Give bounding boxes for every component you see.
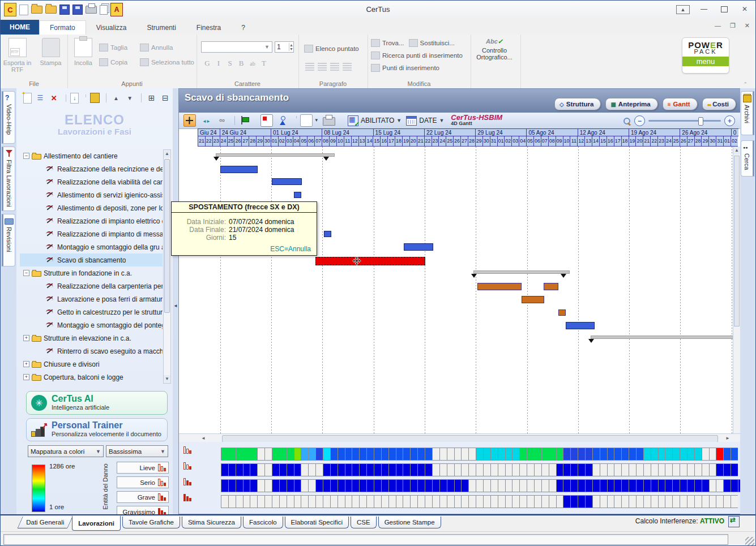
heatmap-cell[interactable] — [228, 448, 236, 461]
heatmap-cell[interactable] — [665, 479, 672, 492]
document-tab[interactable]: Gestione Stampe — [378, 517, 441, 528]
heatmap-cell[interactable] — [388, 495, 396, 508]
minimize-button[interactable]: — — [698, 3, 710, 15]
heatmap-cell[interactable] — [709, 495, 716, 508]
heatmap-cell[interactable] — [403, 448, 410, 461]
align-center-icon[interactable] — [318, 63, 327, 71]
heatmap-cell[interactable] — [425, 495, 432, 508]
tree-item[interactable]: − Strutture in fondazione in c.a. — [20, 266, 163, 280]
heatmap-cell[interactable] — [658, 479, 665, 492]
heatmap-cell[interactable] — [250, 448, 257, 461]
heatmap-cell[interactable] — [687, 463, 694, 476]
ribbon-tab[interactable]: Formato — [39, 20, 86, 35]
heatmap-cell[interactable] — [629, 495, 636, 508]
heatmap-cell[interactable] — [578, 463, 585, 476]
heatmap-cell[interactable] — [490, 479, 498, 492]
mdi-restore-icon[interactable]: ❐ — [730, 22, 736, 29]
ribbon-tab[interactable]: Finestra — [186, 21, 231, 35]
heatmap-cell[interactable] — [454, 495, 462, 508]
heatmap-cell[interactable] — [287, 463, 294, 476]
save-archive-icon[interactable] — [90, 93, 100, 103]
heatmap-cell[interactable] — [585, 479, 592, 492]
heatmap-cell[interactable] — [272, 495, 279, 508]
heatmap-cell[interactable] — [527, 495, 534, 508]
heatmap-cell[interactable] — [578, 448, 585, 461]
align-left-icon[interactable] — [305, 63, 314, 71]
heatmap-cell[interactable] — [563, 479, 570, 492]
heatmap-cell[interactable] — [308, 463, 315, 476]
heatmap-cell[interactable] — [454, 448, 462, 461]
heatmap-cell[interactable] — [257, 479, 264, 492]
heatmap-cell[interactable] — [374, 479, 381, 492]
flag-tool-icon[interactable] — [239, 115, 250, 126]
modifica-button[interactable]: Sostituisci... — [409, 37, 455, 49]
heatmap-cell[interactable] — [563, 495, 570, 508]
heatmap-cell[interactable] — [512, 448, 519, 461]
heatmap-cell[interactable] — [490, 448, 498, 461]
modifica-button[interactable]: Punti di inserimento — [371, 62, 439, 74]
heatmap-cell[interactable] — [236, 463, 243, 476]
heatmap-cell[interactable] — [432, 448, 439, 461]
probability-select[interactable]: Bassissima▼ — [106, 445, 168, 457]
font-color-button[interactable]: T — [259, 58, 269, 68]
heatmap-cell[interactable] — [556, 479, 563, 492]
side-tab[interactable]: Archivi — [741, 91, 754, 135]
font-size-input[interactable]: 1▲▼ — [275, 41, 294, 53]
tree-item[interactable]: Realizzazione della carpenteria per le s… — [20, 280, 163, 293]
color-mapping-select[interactable]: Mappatura a colori▼ — [28, 445, 104, 457]
heatmap-cell[interactable] — [250, 463, 257, 476]
heatmap-cell[interactable] — [592, 463, 600, 476]
heatmap-cell[interactable] — [694, 479, 702, 492]
heatmap-cell[interactable] — [432, 479, 439, 492]
heatmap-cell[interactable] — [505, 463, 512, 476]
heatmap-cell[interactable] — [410, 495, 417, 508]
heatmap-cell[interactable] — [629, 463, 636, 476]
tree-item[interactable]: Realizzazione di impianto di messa a ter… — [20, 227, 163, 240]
heatmap-cell[interactable] — [374, 495, 381, 508]
heatmap-cell[interactable] — [403, 495, 410, 508]
heatmap-cell[interactable] — [476, 479, 483, 492]
heatmap-cell[interactable] — [629, 448, 636, 461]
gantt-horizontal-scrollbar[interactable]: ◄ ► — [179, 433, 741, 442]
heatmap-cell[interactable] — [578, 495, 585, 508]
heatmap-cell[interactable] — [687, 479, 694, 492]
heatmap-cell[interactable] — [651, 479, 658, 492]
heatmap-cell[interactable] — [272, 479, 279, 492]
heatmap-cell[interactable] — [694, 448, 702, 461]
heatmap-cell[interactable] — [236, 479, 243, 492]
heatmap-cell[interactable] — [702, 495, 709, 508]
heatmap-cell[interactable] — [570, 495, 578, 508]
heatmap-cell[interactable] — [454, 463, 462, 476]
heatmap-cell[interactable] — [366, 479, 374, 492]
heatmap-cell[interactable] — [527, 448, 534, 461]
heatmap-cell[interactable] — [636, 495, 643, 508]
heatmap-cell[interactable] — [636, 448, 643, 461]
heatmap-cell[interactable] — [570, 448, 578, 461]
tree-item[interactable]: Lavorazione e posa ferri di armatura per — [20, 293, 163, 306]
heatmap-cell[interactable] — [425, 479, 432, 492]
ribbon-tab[interactable]: Visualizza — [86, 21, 137, 35]
heatmap-cell[interactable] — [541, 479, 549, 492]
heatmap-cell[interactable] — [621, 479, 629, 492]
side-tab[interactable]: Filtra Lavorazioni — [2, 147, 15, 211]
heatmap-cell[interactable] — [716, 448, 723, 461]
view-button[interactable]: Costi — [702, 98, 736, 110]
heatmap-cell[interactable] — [308, 479, 315, 492]
heatmap-cell[interactable] — [294, 495, 301, 508]
heatmap-cell[interactable] — [345, 448, 352, 461]
heatmap-cell[interactable] — [447, 495, 454, 508]
heatmap-cell[interactable] — [476, 495, 483, 508]
heatmap-cell[interactable] — [483, 495, 490, 508]
heatmap-cell[interactable] — [483, 479, 490, 492]
heatmap-cell[interactable] — [519, 495, 527, 508]
heatmap-cell[interactable] — [410, 448, 417, 461]
selected-task-bar[interactable] — [315, 257, 425, 265]
tree-item[interactable]: Realizzazione della recinzione e degli a… — [20, 162, 163, 175]
print-gantt-icon[interactable] — [323, 117, 335, 126]
heatmap-cell[interactable] — [694, 463, 702, 476]
tree-item[interactable]: + Copertura, balconi e logge — [20, 371, 163, 384]
panel-splitter[interactable]: ◄ — [173, 88, 178, 514]
heatmap-cell[interactable] — [461, 495, 468, 508]
heatmap-cell[interactable] — [534, 479, 541, 492]
zoom-slider[interactable] — [648, 120, 721, 122]
